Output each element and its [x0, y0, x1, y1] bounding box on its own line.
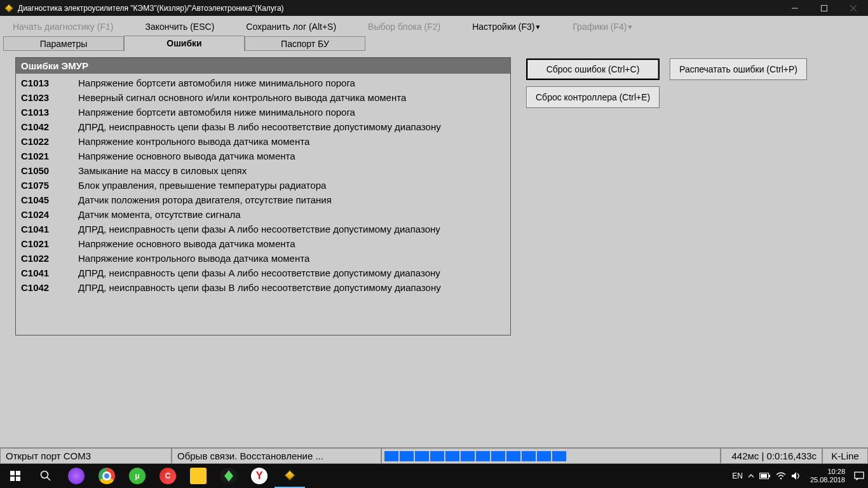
progress-segment [415, 451, 429, 461]
progress-segment [384, 451, 398, 461]
close-button[interactable] [839, 0, 868, 16]
error-description: ДПРД, неисправность цепи фазы A либо нес… [74, 266, 441, 280]
menu-bar: Начать диагностику (F1) Закончить (ESC) … [0, 16, 868, 35]
tray-notifications-icon[interactable] [854, 471, 864, 480]
tray-volume-icon[interactable] [791, 471, 801, 480]
tab-errors[interactable]: Ошибки [124, 36, 245, 51]
error-description: Напряжение контрольного вывода датчика м… [74, 252, 441, 265]
table-row[interactable]: C1022Напряжение контрольного вывода датч… [17, 252, 441, 265]
taskbar-app-1[interactable] [61, 464, 92, 488]
app-client-area: Начать диагностику (F1) Закончить (ESC) … [0, 16, 868, 464]
svg-rect-7 [16, 477, 20, 481]
clear-errors-button[interactable]: Сброс ошибок (Ctrl+C) [526, 58, 660, 80]
error-code: C1041 [17, 266, 73, 280]
window-title: Диагностика электроусилителя "КЭМЗ"(Кизл… [18, 4, 780, 13]
errors-table: C1013Напряжение бортсети автомобиля ниже… [16, 75, 442, 295]
error-code: C1075 [17, 179, 73, 192]
taskbar-chrome[interactable] [92, 464, 122, 488]
taskbar-yandex[interactable]: Y [244, 464, 275, 488]
table-row[interactable]: C1013Напряжение бортсети автомобиля ниже… [17, 105, 441, 119]
progress-segment [476, 451, 490, 461]
error-code: C1013 [17, 105, 73, 119]
taskbar-sims[interactable] [214, 464, 244, 488]
system-tray: EN 10:28 25.08.2018 [732, 468, 868, 484]
error-code: C1045 [17, 193, 73, 207]
table-row[interactable]: C1023Неверный сигнал основного и/или кон… [17, 91, 441, 104]
error-description: ДПРД, неисправность цепи фазы A либо нес… [74, 222, 441, 236]
error-description: ДПРД, неисправность цепи фазы B либо нес… [74, 281, 441, 294]
taskbar-explorer[interactable] [183, 464, 214, 488]
svg-rect-4 [10, 471, 15, 475]
status-port: Открыт порт COM3 [0, 448, 172, 464]
error-code: C1022 [17, 252, 73, 265]
status-bar: Открыт порт COM3 Обрыв связи. Восстановл… [0, 447, 868, 464]
table-row[interactable]: C1024Датчик момента, отсутствие сигнала [17, 208, 441, 221]
svg-rect-13 [761, 474, 767, 478]
error-code: C1013 [17, 76, 73, 90]
svg-point-14 [780, 478, 782, 480]
error-code: C1042 [17, 120, 73, 133]
error-code: C1024 [17, 208, 73, 221]
error-code: C1022 [17, 135, 73, 148]
minimize-button[interactable] [780, 0, 810, 16]
error-description: Неверный сигнал основного и/или контроль… [74, 91, 441, 104]
maximize-button[interactable] [810, 0, 839, 16]
error-code: C1021 [17, 237, 73, 250]
table-row[interactable]: C1021Напряжение основного вывода датчика… [17, 237, 441, 250]
errors-panel: Ошибки ЭМУР C1013Напряжение бортсети авт… [15, 57, 511, 336]
error-code: C1042 [17, 281, 73, 294]
svg-rect-6 [10, 477, 15, 481]
progress-segment [522, 451, 536, 461]
error-description: Датчик момента, отсутствие сигнала [74, 208, 441, 221]
error-code: C1041 [17, 222, 73, 236]
menu-block-select[interactable]: Выбор блока (F2) [362, 20, 447, 33]
error-description: Напряжение основного вывода датчика моме… [74, 149, 441, 163]
progress-segment [491, 451, 505, 461]
tab-parameters[interactable]: Параметры [3, 36, 124, 51]
menu-settings[interactable]: Настройки (F3)▼ [466, 20, 547, 33]
titlebar: Диагностика электроусилителя "КЭМЗ"(Кизл… [0, 0, 868, 16]
tray-battery-icon[interactable] [759, 472, 771, 480]
table-row[interactable]: C1022Напряжение контрольного вывода датч… [17, 135, 441, 148]
svg-rect-1 [822, 5, 827, 11]
table-row[interactable]: C1075Блок управления, превышение темпера… [17, 179, 441, 192]
progress-segment [400, 451, 414, 461]
chevron-down-icon: ▼ [534, 24, 541, 30]
status-timing: 442мс | 0:0:16,433с [721, 448, 822, 464]
app-icon [4, 3, 14, 13]
progress-segment [445, 451, 459, 461]
error-description: Напряжение основного вывода датчика моме… [74, 237, 441, 250]
start-button[interactable] [0, 464, 31, 488]
table-row[interactable]: C1041ДПРД, неисправность цепи фазы A либ… [17, 266, 441, 280]
error-description: Напряжение бортсети автомобиля ниже мини… [74, 105, 441, 119]
tab-passport[interactable]: Паспорт БУ [245, 36, 365, 51]
menu-finish[interactable]: Закончить (ESC) [139, 20, 220, 33]
taskbar-utorrent[interactable]: µ [122, 464, 153, 488]
table-row[interactable]: C1045Датчик положения ротора двигателя, … [17, 193, 441, 207]
reset-controller-button[interactable]: Сброс контроллера (Ctrl+E) [526, 86, 660, 108]
table-row[interactable]: C1013Напряжение бортсети автомобиля ниже… [17, 76, 441, 90]
error-description: Напряжение бортсети автомобиля ниже мини… [74, 76, 441, 90]
table-row[interactable]: C1042ДПРД, неисправность цепи фазы B либ… [17, 120, 441, 133]
tray-wifi-icon[interactable] [776, 472, 786, 480]
menu-save-log[interactable]: Сохранить лог (Alt+S) [240, 20, 342, 33]
menu-charts[interactable]: Графики (F4)▼ [566, 20, 639, 33]
search-button[interactable] [31, 464, 61, 488]
status-connection: Обрыв связи. Восстановление ... [172, 448, 381, 464]
svg-point-8 [41, 471, 48, 478]
table-row[interactable]: C1050Замыкание на массу в силовых цепях [17, 164, 441, 177]
table-row[interactable]: C1042ДПРД, неисправность цепи фазы B либ… [17, 281, 441, 294]
menu-start-diagnostics[interactable]: Начать диагностику (F1) [6, 20, 119, 33]
table-row[interactable]: C1021Напряжение основного вывода датчика… [17, 149, 441, 163]
taskbar-diagnostics-app[interactable] [275, 464, 305, 488]
svg-rect-5 [16, 471, 20, 475]
tray-clock[interactable]: 10:28 25.08.2018 [806, 468, 849, 484]
errors-header: Ошибки ЭМУР [16, 58, 510, 74]
print-errors-button[interactable]: Распечатать ошибки (Ctrl+P) [670, 58, 807, 80]
table-row[interactable]: C1041ДПРД, неисправность цепи фазы A либ… [17, 222, 441, 236]
svg-rect-16 [855, 472, 864, 478]
error-description: Напряжение контрольного вывода датчика м… [74, 135, 441, 148]
tray-language[interactable]: EN [732, 471, 743, 480]
taskbar-ccleaner[interactable]: C [153, 464, 183, 488]
tray-chevron-up-icon[interactable] [748, 473, 754, 479]
